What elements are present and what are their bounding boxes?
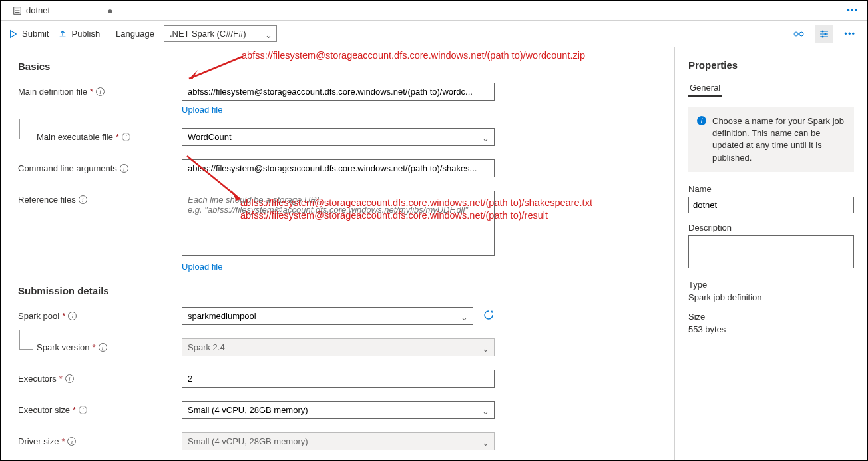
submit-button[interactable]: Submit	[9, 29, 49, 39]
info-callout: i Choose a name for your Spark job defin…	[688, 107, 854, 172]
spark-pool-select[interactable]	[182, 307, 473, 325]
language-label: Language	[116, 29, 154, 39]
tab-bar: dotnet ● •••	[1, 1, 867, 21]
info-icon[interactable]: i	[120, 164, 128, 173]
svg-point-13	[822, 35, 824, 37]
tab-overflow-icon[interactable]: •••	[843, 5, 862, 15]
label-type: Type	[688, 280, 854, 290]
document-icon	[13, 6, 22, 15]
section-submission: Submission details	[18, 285, 657, 296]
label-executor-size: Executor size * i	[18, 401, 182, 415]
name-input[interactable]	[688, 197, 854, 213]
info-icon[interactable]: i	[68, 312, 77, 320]
upload-file-link[interactable]: Upload file	[182, 262, 222, 272]
svg-point-9	[822, 30, 824, 32]
label-size: Size	[688, 312, 854, 322]
main-executable-select[interactable]	[182, 128, 495, 146]
info-icon[interactable]: i	[67, 437, 76, 446]
publish-button[interactable]: Publish	[58, 29, 100, 39]
executors-input[interactable]	[182, 370, 495, 388]
main-form: abfss://filesystem@storageaccount.dfs.co…	[1, 47, 674, 460]
properties-panel: Properties General i Choose a name for y…	[674, 47, 867, 460]
upload-file-link[interactable]: Upload file	[182, 105, 222, 115]
label-main-definition: Main definition file * i	[18, 83, 182, 97]
label-main-executable: Main executable file * i	[18, 128, 182, 142]
description-textarea[interactable]	[688, 235, 854, 268]
tab-dotnet[interactable]: dotnet ●	[6, 1, 120, 20]
label-driver-size: Driver size * i	[18, 432, 182, 446]
executor-size-select[interactable]	[182, 401, 495, 419]
language-select[interactable]: .NET Spark (C#/F#) ⌄	[164, 25, 277, 42]
cmd-args-input[interactable]	[182, 159, 495, 177]
spark-version-select	[182, 338, 495, 356]
info-icon[interactable]: i	[96, 87, 105, 96]
svg-point-6	[799, 32, 803, 36]
info-icon: i	[696, 115, 707, 164]
info-icon[interactable]: i	[79, 195, 87, 204]
tab-title: dotnet	[26, 5, 50, 15]
svg-point-11	[825, 33, 827, 35]
connections-icon[interactable]	[789, 25, 808, 43]
toolbar-overflow-icon[interactable]: •••	[840, 29, 859, 39]
info-icon[interactable]: i	[65, 374, 74, 383]
unsaved-dot-icon: ●	[107, 5, 112, 16]
section-basics: Basics	[18, 61, 657, 72]
tab-general[interactable]: General	[688, 80, 722, 97]
info-icon[interactable]: i	[79, 406, 87, 414]
type-value: Spark job definition	[688, 292, 854, 302]
label-cmd-args: Command line arguments i	[18, 159, 182, 173]
properties-title: Properties	[688, 59, 854, 71]
chevron-down-icon: ⌄	[265, 30, 272, 40]
settings-panel-icon[interactable]	[815, 25, 833, 43]
label-name: Name	[688, 184, 854, 194]
annotation-top: abfss://filesystem@storageaccount.dfs.co…	[242, 50, 585, 61]
size-value: 553 bytes	[688, 324, 854, 334]
upload-icon	[58, 29, 67, 39]
info-icon[interactable]: i	[99, 343, 107, 352]
main-definition-input[interactable]	[182, 83, 495, 101]
label-spark-pool: Spark pool * i	[18, 307, 182, 321]
label-description: Description	[688, 223, 854, 232]
label-reference-files: Reference files i	[18, 191, 182, 205]
label-executors: Executors * i	[18, 370, 182, 384]
info-icon[interactable]: i	[122, 133, 130, 141]
toolbar: Submit Publish Language .NET Spark (C#/F…	[1, 21, 867, 47]
reference-files-textarea[interactable]	[182, 191, 495, 256]
svg-marker-4	[11, 30, 17, 37]
label-spark-version: Spark version * i	[18, 338, 182, 352]
svg-point-5	[794, 32, 798, 36]
driver-size-select	[182, 432, 495, 450]
refresh-icon[interactable]	[483, 309, 495, 323]
svg-marker-18	[491, 310, 493, 313]
play-icon	[9, 29, 18, 39]
